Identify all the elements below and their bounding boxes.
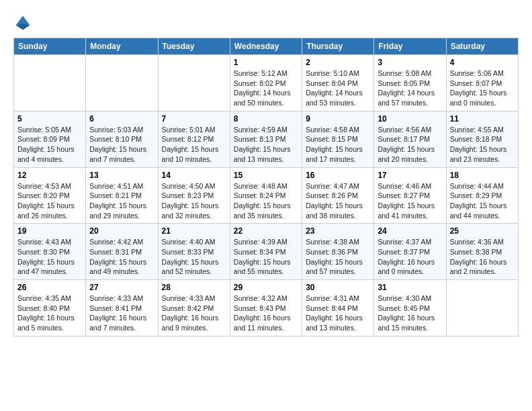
day-info: Sunrise: 5:06 AM Sunset: 8:07 PM Dayligh… xyxy=(450,68,515,108)
logo-icon xyxy=(13,13,32,32)
calendar-week-row: 5Sunrise: 5:05 AM Sunset: 8:09 PM Daylig… xyxy=(14,111,519,167)
calendar-cell: 20Sunrise: 4:42 AM Sunset: 8:31 PM Dayli… xyxy=(86,224,158,280)
day-number: 16 xyxy=(306,171,370,180)
calendar-cell: 2Sunrise: 5:10 AM Sunset: 8:04 PM Daylig… xyxy=(302,55,374,111)
calendar-cell: 27Sunrise: 4:33 AM Sunset: 8:41 PM Dayli… xyxy=(86,280,158,336)
calendar-header-row: SundayMondayTuesdayWednesdayThursdayFrid… xyxy=(14,38,519,55)
day-info: Sunrise: 4:43 AM Sunset: 8:30 PM Dayligh… xyxy=(17,237,82,277)
logo xyxy=(13,13,35,32)
day-number: 30 xyxy=(306,283,370,292)
calendar-cell: 15Sunrise: 4:48 AM Sunset: 8:24 PM Dayli… xyxy=(230,167,302,224)
day-info: Sunrise: 4:32 AM Sunset: 8:43 PM Dayligh… xyxy=(234,293,298,333)
day-number: 1 xyxy=(234,58,298,67)
calendar-cell: 4Sunrise: 5:06 AM Sunset: 8:07 PM Daylig… xyxy=(446,55,518,111)
day-info: Sunrise: 4:58 AM Sunset: 8:15 PM Dayligh… xyxy=(306,125,370,165)
calendar-cell: 24Sunrise: 4:37 AM Sunset: 8:37 PM Dayli… xyxy=(374,224,446,280)
day-info: Sunrise: 5:10 AM Sunset: 8:04 PM Dayligh… xyxy=(306,68,370,108)
calendar-cell: 30Sunrise: 4:31 AM Sunset: 8:44 PM Dayli… xyxy=(302,280,374,336)
day-info: Sunrise: 4:35 AM Sunset: 8:40 PM Dayligh… xyxy=(17,293,82,333)
day-number: 20 xyxy=(89,226,154,236)
day-number: 18 xyxy=(450,171,515,180)
calendar-cell: 9Sunrise: 4:58 AM Sunset: 8:15 PM Daylig… xyxy=(302,111,374,167)
calendar-cell: 3Sunrise: 5:08 AM Sunset: 8:05 PM Daylig… xyxy=(374,55,446,111)
col-header-sunday: Sunday xyxy=(14,38,86,55)
day-number: 17 xyxy=(378,171,442,180)
calendar-cell: 1Sunrise: 5:12 AM Sunset: 8:02 PM Daylig… xyxy=(230,55,302,111)
day-info: Sunrise: 4:40 AM Sunset: 8:33 PM Dayligh… xyxy=(162,237,226,277)
day-info: Sunrise: 4:50 AM Sunset: 8:23 PM Dayligh… xyxy=(162,181,226,221)
calendar-cell: 7Sunrise: 5:01 AM Sunset: 8:12 PM Daylig… xyxy=(158,111,230,167)
calendar-cell: 14Sunrise: 4:50 AM Sunset: 8:23 PM Dayli… xyxy=(158,167,230,224)
calendar-week-row: 12Sunrise: 4:53 AM Sunset: 8:20 PM Dayli… xyxy=(14,167,519,224)
calendar-cell xyxy=(446,280,518,336)
day-number: 22 xyxy=(234,226,298,236)
day-number: 25 xyxy=(450,226,515,236)
day-number: 15 xyxy=(234,171,298,180)
calendar-cell: 23Sunrise: 4:38 AM Sunset: 8:36 PM Dayli… xyxy=(302,224,374,280)
col-header-monday: Monday xyxy=(86,38,158,55)
day-info: Sunrise: 4:48 AM Sunset: 8:24 PM Dayligh… xyxy=(234,181,298,221)
day-number: 9 xyxy=(306,114,370,124)
day-number: 6 xyxy=(89,114,154,124)
day-info: Sunrise: 5:08 AM Sunset: 8:05 PM Dayligh… xyxy=(378,68,442,108)
day-info: Sunrise: 4:38 AM Sunset: 8:36 PM Dayligh… xyxy=(306,237,370,277)
calendar-cell: 5Sunrise: 5:05 AM Sunset: 8:09 PM Daylig… xyxy=(14,111,86,167)
calendar-cell: 22Sunrise: 4:39 AM Sunset: 8:34 PM Dayli… xyxy=(230,224,302,280)
day-number: 11 xyxy=(450,114,515,124)
day-number: 27 xyxy=(89,283,154,292)
calendar-cell: 18Sunrise: 4:44 AM Sunset: 8:29 PM Dayli… xyxy=(446,167,518,224)
calendar-cell: 13Sunrise: 4:51 AM Sunset: 8:21 PM Dayli… xyxy=(86,167,158,224)
calendar-cell: 28Sunrise: 4:33 AM Sunset: 8:42 PM Dayli… xyxy=(158,280,230,336)
day-number: 21 xyxy=(162,226,226,236)
day-info: Sunrise: 4:37 AM Sunset: 8:37 PM Dayligh… xyxy=(378,237,442,277)
day-number: 5 xyxy=(17,114,82,124)
day-info: Sunrise: 4:59 AM Sunset: 8:13 PM Dayligh… xyxy=(234,125,298,165)
calendar-cell: 26Sunrise: 4:35 AM Sunset: 8:40 PM Dayli… xyxy=(14,280,86,336)
page-header xyxy=(13,13,519,32)
day-info: Sunrise: 4:46 AM Sunset: 8:27 PM Dayligh… xyxy=(378,181,442,221)
calendar-week-row: 19Sunrise: 4:43 AM Sunset: 8:30 PM Dayli… xyxy=(14,224,519,280)
calendar-table: SundayMondayTuesdayWednesdayThursdayFrid… xyxy=(13,38,519,336)
calendar-week-row: 26Sunrise: 4:35 AM Sunset: 8:40 PM Dayli… xyxy=(14,280,519,336)
calendar-week-row: 1Sunrise: 5:12 AM Sunset: 8:02 PM Daylig… xyxy=(14,55,519,111)
col-header-thursday: Thursday xyxy=(302,38,374,55)
calendar-cell: 16Sunrise: 4:47 AM Sunset: 8:26 PM Dayli… xyxy=(302,167,374,224)
day-number: 29 xyxy=(234,283,298,292)
day-number: 14 xyxy=(162,171,226,180)
day-info: Sunrise: 5:01 AM Sunset: 8:12 PM Dayligh… xyxy=(162,125,226,165)
col-header-tuesday: Tuesday xyxy=(158,38,230,55)
day-info: Sunrise: 4:42 AM Sunset: 8:31 PM Dayligh… xyxy=(89,237,154,277)
day-info: Sunrise: 4:53 AM Sunset: 8:20 PM Dayligh… xyxy=(17,181,82,221)
day-info: Sunrise: 4:33 AM Sunset: 8:42 PM Dayligh… xyxy=(162,293,226,333)
calendar-cell: 19Sunrise: 4:43 AM Sunset: 8:30 PM Dayli… xyxy=(14,224,86,280)
day-number: 26 xyxy=(17,283,82,292)
day-number: 28 xyxy=(162,283,226,292)
day-number: 12 xyxy=(17,171,82,180)
day-number: 13 xyxy=(89,171,154,180)
calendar-cell: 31Sunrise: 4:30 AM Sunset: 8:45 PM Dayli… xyxy=(374,280,446,336)
day-info: Sunrise: 4:31 AM Sunset: 8:44 PM Dayligh… xyxy=(306,293,370,333)
day-number: 3 xyxy=(378,58,442,67)
day-number: 24 xyxy=(378,226,442,236)
calendar-cell: 21Sunrise: 4:40 AM Sunset: 8:33 PM Dayli… xyxy=(158,224,230,280)
day-number: 7 xyxy=(162,114,226,124)
day-info: Sunrise: 4:33 AM Sunset: 8:41 PM Dayligh… xyxy=(89,293,154,333)
calendar-cell: 12Sunrise: 4:53 AM Sunset: 8:20 PM Dayli… xyxy=(14,167,86,224)
day-number: 4 xyxy=(450,58,515,67)
day-number: 10 xyxy=(378,114,442,124)
calendar-cell: 6Sunrise: 5:03 AM Sunset: 8:10 PM Daylig… xyxy=(86,111,158,167)
day-info: Sunrise: 4:39 AM Sunset: 8:34 PM Dayligh… xyxy=(234,237,298,277)
calendar-cell: 10Sunrise: 4:56 AM Sunset: 8:17 PM Dayli… xyxy=(374,111,446,167)
day-number: 23 xyxy=(306,226,370,236)
day-info: Sunrise: 4:51 AM Sunset: 8:21 PM Dayligh… xyxy=(89,181,154,221)
day-info: Sunrise: 4:36 AM Sunset: 8:38 PM Dayligh… xyxy=(450,237,515,277)
col-header-friday: Friday xyxy=(374,38,446,55)
day-info: Sunrise: 5:05 AM Sunset: 8:09 PM Dayligh… xyxy=(17,125,82,165)
calendar-cell xyxy=(86,55,158,111)
calendar-cell xyxy=(14,55,86,111)
day-number: 19 xyxy=(17,226,82,236)
calendar-cell: 25Sunrise: 4:36 AM Sunset: 8:38 PM Dayli… xyxy=(446,224,518,280)
calendar-cell: 17Sunrise: 4:46 AM Sunset: 8:27 PM Dayli… xyxy=(374,167,446,224)
calendar-cell: 11Sunrise: 4:55 AM Sunset: 8:18 PM Dayli… xyxy=(446,111,518,167)
col-header-saturday: Saturday xyxy=(446,38,518,55)
